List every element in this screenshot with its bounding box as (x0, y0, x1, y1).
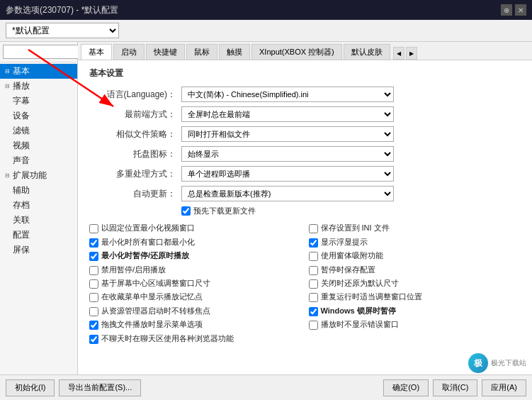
sidebar-item-relate[interactable]: 关联 (0, 213, 77, 228)
sidebar-item-filter[interactable]: 滤镜 (0, 123, 77, 138)
form-select-0[interactable]: 中文(简体) - Chinese(Simplified).ini (181, 87, 394, 102)
tab-xinput[interactable]: XInput(XBOX 控制器) (251, 44, 342, 60)
tab-start[interactable]: 启动 (113, 44, 145, 60)
bottom-left-actions: 初始化(I) 导出当前配置(S)... (6, 379, 141, 396)
tab-basic[interactable]: 基本 (81, 44, 112, 60)
form-select-2[interactable]: 同时打开相似文件 (181, 126, 394, 142)
expand-icon-basic: ⊟ (3, 67, 11, 76)
checkbox-window_snap[interactable] (309, 252, 318, 261)
sidebar-label-extend: 扩展功能 (13, 170, 47, 182)
title-bar-controls: ⊕ ✕ (501, 4, 526, 16)
form-label-0: 语言(Language)： (89, 89, 181, 101)
checkbox-label-temp_save: 暂停时保存配置 (321, 265, 375, 275)
sidebar-item-video[interactable]: 视频 (0, 138, 77, 153)
checkbox-float_tip[interactable] (309, 238, 318, 248)
form-label-3: 托盘图标： (89, 148, 181, 160)
checkbox-show_history[interactable] (89, 293, 98, 302)
checkbox-min_pause[interactable] (89, 252, 98, 261)
checkbox-label-drag_menu: 拖拽文件播放时显示菜单选项 (101, 319, 203, 330)
form-select-1[interactable]: 全屏时总在最前端 (181, 106, 394, 122)
sidebar-item-basic[interactable]: ⊟基本 (0, 64, 77, 79)
expand-icon-assist (3, 187, 11, 195)
watermark-logo: 极 (468, 353, 488, 373)
tab-bar: 基本启动快捷键鼠标触摸XInput(XBOX 控制器)默认皮肤◀ ▶ (78, 42, 532, 60)
confirm-button[interactable]: 确定(O) (383, 379, 429, 396)
tab-touch[interactable]: 触摸 (219, 44, 250, 60)
auto-download-row: 预先下载更新文件 (181, 206, 521, 216)
tab-mouse[interactable]: 鼠标 (186, 44, 217, 60)
cancel-button[interactable]: 取消(C) (433, 379, 477, 396)
checkbox-row-fix_pos: 以固定位置最小化视频窗口 (89, 222, 302, 234)
sidebar-label-play: 播放 (13, 80, 30, 92)
sidebar-item-play[interactable]: ⊟播放 (0, 79, 77, 94)
sidebar-item-subtitle[interactable]: 字幕 (0, 94, 77, 109)
checkbox-center_resize[interactable] (89, 279, 98, 289)
tab-skin[interactable]: 默认皮肤 (344, 44, 390, 60)
tab-hotkey[interactable]: 快捷键 (146, 44, 185, 60)
config-select[interactable]: *默认配置 (6, 23, 119, 38)
checkbox-no_focus[interactable] (89, 307, 98, 316)
sidebar-item-config[interactable]: 配置 (0, 228, 77, 243)
checkbox-disable_pause[interactable] (89, 266, 98, 275)
sidebar-item-save[interactable]: 存档 (0, 198, 77, 213)
sidebar-item-assist[interactable]: 辅助 (0, 183, 77, 198)
checkbox-browser_func[interactable] (89, 335, 98, 344)
expand-icon-save (3, 201, 11, 210)
checkbox-row-temp_save: 暂停时保存配置 (309, 264, 521, 276)
sidebar-item-screensaver[interactable]: 屏保 (0, 243, 77, 257)
pin-button[interactable]: ⊕ (501, 4, 512, 16)
sidebar-label-basic: 基本 (13, 65, 30, 77)
form-select-5[interactable]: 总是检查最新版本(推荐) (181, 186, 394, 201)
checkbox-win_lock_pause[interactable] (309, 307, 318, 316)
checkbox-row-drag_menu: 拖拽文件播放时显示菜单选项 (89, 318, 302, 330)
close-button[interactable]: ✕ (515, 4, 526, 16)
auto-download-label: 预先下载更新文件 (193, 206, 256, 216)
tab-nav-left[interactable]: ◀ (393, 47, 404, 60)
checkbox-temp_save[interactable] (309, 266, 318, 275)
sidebar-item-audio[interactable]: 声音 (0, 153, 77, 168)
expand-icon-device (3, 112, 11, 121)
checkbox-row-min_pause: 最小化时暂停/还原时播放 (89, 250, 302, 262)
sidebar-label-device: 设备 (13, 110, 30, 122)
checkbox-fix_pos[interactable] (89, 224, 98, 233)
checkbox-label-restore_pos: 重复运行时适当调整窗口位置 (321, 291, 422, 302)
expand-icon-play: ⊟ (3, 82, 11, 91)
watermark: 极 极光下载站 (468, 353, 526, 373)
sidebar-label-subtitle: 字幕 (13, 95, 30, 107)
init-button[interactable]: 初始化(I) (6, 379, 55, 396)
app-window: 参数选项(230707) - *默认配置 ⊕ ✕ *默认配置 🔍 ⊟基本⊟播放字… (0, 0, 532, 400)
tab-nav-right[interactable]: ▶ (406, 47, 417, 60)
checkbox-restore_pos[interactable] (309, 293, 318, 302)
checkbox-close_default[interactable] (309, 279, 318, 289)
sidebar-label-audio: 声音 (13, 155, 30, 167)
checkbox-label-fix_pos: 以固定位置最小化视频窗口 (101, 223, 195, 233)
checkbox-grid: 以固定位置最小化视频窗口保存设置到 INI 文件最小化时所有窗口都最小化显示浮显… (89, 222, 521, 345)
checkbox-no_err_win[interactable] (309, 321, 318, 330)
sidebar-item-device[interactable]: 设备 (0, 109, 77, 123)
checkbox-row-close_default: 关闭时还原为默认尺寸 (309, 277, 521, 289)
checkbox-row-no_err_win: 播放时不显示错误窗口 (309, 318, 521, 330)
checkbox-label-no_focus: 从资源管理器启动时不转移焦点 (101, 306, 210, 316)
form-label-2: 相似文件策略： (89, 128, 181, 140)
apply-button[interactable]: 应用(A) (482, 379, 526, 396)
content-area: 🔍 ⊟基本⊟播放字幕设备滤镜视频声音⊟扩展功能辅助存档关联配置屏保 基本启动快捷… (0, 42, 532, 374)
checkbox-row-float_tip: 显示浮显提示 (309, 236, 521, 248)
form-row-2: 相似文件策略：同时打开相似文件 (89, 126, 521, 142)
auto-download-checkbox[interactable] (181, 206, 191, 216)
sidebar-label-save: 存档 (13, 199, 30, 211)
checkbox-min_all[interactable] (89, 238, 98, 248)
right-panel: 基本启动快捷键鼠标触摸XInput(XBOX 控制器)默认皮肤◀ ▶ 基本设置 … (78, 42, 532, 374)
checkbox-label-window_snap: 使用窗体吸附功能 (321, 250, 383, 261)
search-box: 🔍 (0, 42, 77, 62)
checkbox-drag_menu[interactable] (89, 321, 98, 330)
form-label-5: 自动更新： (89, 188, 181, 200)
form-select-4[interactable]: 单个进程即选即播 (181, 166, 394, 182)
checkbox-label-disable_pause: 禁用暂停/启用播放 (101, 265, 166, 275)
checkbox-row-disable_pause: 禁用暂停/启用播放 (89, 264, 302, 276)
form-select-3[interactable]: 始终显示 (181, 146, 394, 162)
checkbox-save_ini[interactable] (309, 224, 318, 233)
checkbox-label-center_resize: 基于屏幕中心区域调整窗口尺寸 (101, 278, 210, 289)
section-title: 基本设置 (89, 67, 521, 79)
export-button[interactable]: 导出当前配置(S)... (59, 379, 141, 396)
sidebar-item-extend[interactable]: ⊟扩展功能 (0, 168, 77, 183)
